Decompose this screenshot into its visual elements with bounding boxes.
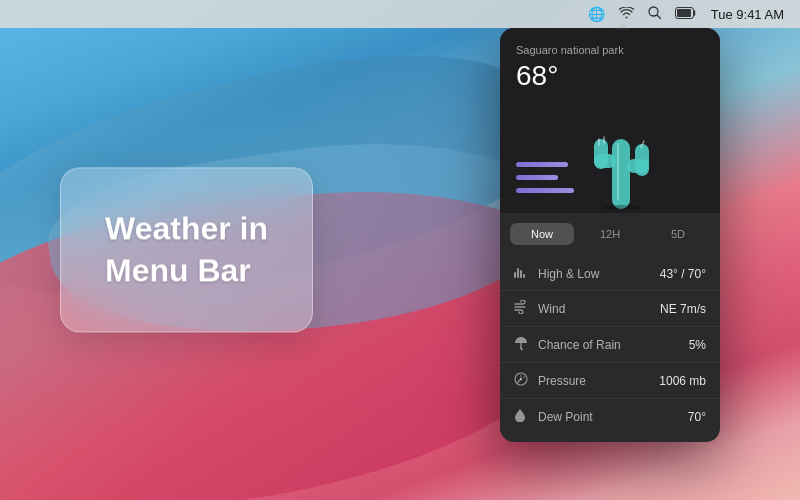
droplet-icon [514,408,534,425]
wind-label: Wind [538,302,660,316]
dew-point-label: Dew Point [538,410,688,424]
dew-point-value: 70° [688,410,706,424]
rain-label: Chance of Rain [538,338,689,352]
row-high-low: High & Low 43° / 70° [500,257,720,290]
svg-rect-6 [594,139,608,169]
temperature-display: 68° [516,60,704,92]
search-icon[interactable] [648,6,661,22]
wind-value: NE 7m/s [660,302,706,316]
weather-panel: Saguaro national park 68° [500,28,720,442]
svg-rect-3 [677,9,691,17]
tab-12h[interactable]: 12H [578,223,642,245]
globe-icon[interactable]: 🌐 [588,6,605,22]
row-wind: Wind NE 7m/s [500,290,720,326]
svg-line-19 [524,377,525,378]
pressure-value: 1006 mb [659,374,706,388]
high-low-label: High & Low [538,267,660,281]
panel-header: Saguaro national park 68° [500,28,720,213]
wind-lines-decoration [516,162,574,193]
weather-data: High & Low 43° / 70° Wind NE 7m/s [500,253,720,442]
weather-illustration [500,113,720,213]
wind-line-3 [516,188,574,193]
tab-now[interactable]: Now [510,223,574,245]
menubar-time: Tue 9:41 AM [711,7,784,22]
svg-point-17 [520,378,522,380]
row-dew-point: Dew Point 70° [500,398,720,434]
bar-chart-icon [514,266,534,281]
umbrella-icon [514,336,534,353]
cactus-illustration [584,119,659,213]
svg-line-1 [657,15,661,19]
menubar-icons: 🌐 Tue 9:41 AM [588,6,784,22]
rain-value: 5% [689,338,706,352]
battery-icon [675,6,697,22]
row-rain: Chance of Rain 5% [500,326,720,362]
gauge-icon [514,372,534,389]
row-pressure: Pressure 1006 mb [500,362,720,398]
svg-point-13 [603,205,639,209]
app-title-card: Weather in Menu Bar [60,167,313,332]
wind-line-1 [516,162,568,167]
svg-rect-4 [612,139,630,209]
app-title: Weather in Menu Bar [105,208,268,291]
location-name: Saguaro national park [516,44,704,56]
svg-rect-8 [635,144,649,176]
tab-5d[interactable]: 5D [646,223,710,245]
wifi-icon [619,6,634,22]
high-low-value: 43° / 70° [660,267,706,281]
wind-line-2 [516,175,558,180]
wind-icon [514,300,534,317]
panel-tabs: Now 12H 5D [500,213,720,253]
pressure-label: Pressure [538,374,659,388]
menubar: 🌐 Tue 9:41 AM [0,0,800,28]
